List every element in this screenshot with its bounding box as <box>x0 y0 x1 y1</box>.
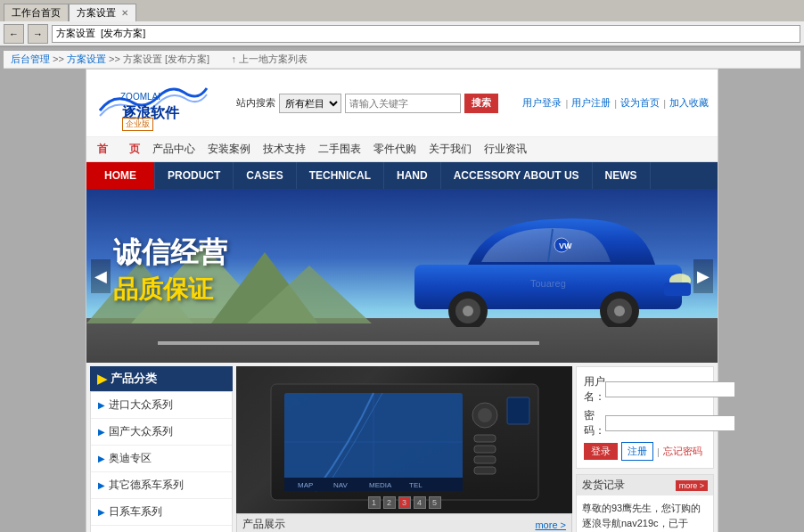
svg-text:VW: VW <box>559 241 572 250</box>
top-nav-cases[interactable]: 安装案例 <box>204 140 254 159</box>
top-nav-about[interactable]: 关于我们 <box>425 140 475 159</box>
main-nav-accessory[interactable]: ACCESSORY ABOUT US <box>441 162 593 189</box>
password-label: 密 码： <box>584 408 605 438</box>
tab-home[interactable]: 工作台首页 <box>4 4 69 21</box>
svg-point-30 <box>478 408 492 422</box>
forward-button[interactable]: → <box>28 24 48 44</box>
search-label: 站内搜索 <box>236 96 275 110</box>
sidebar-item-audi[interactable]: ▶ 奥迪专区 <box>91 446 232 472</box>
hero-prev-button[interactable]: ◀ <box>91 259 111 293</box>
user-register-link[interactable]: 用户注册 <box>571 96 611 110</box>
hero-line1: 诚信经营 <box>113 233 227 273</box>
sidebar-item-maintenance[interactable]: ▶ 养护产品系列 <box>91 526 232 532</box>
sidebar-item-icon: ▶ <box>98 507 105 517</box>
product-more-link[interactable]: more > <box>535 520 566 530</box>
sidebar-item-icon: ▶ <box>98 400 105 410</box>
header-links: 用户登录 | 用户注册 | 设为首页 | 加入收藏 <box>522 96 709 110</box>
svg-rect-35 <box>507 397 529 424</box>
product-dot-3[interactable]: 3 <box>398 496 411 509</box>
sidebar-title: ▶ 产品分类 <box>90 366 233 391</box>
hero-banner: 诚信经营 品质保证 <box>86 189 718 363</box>
main-nav-technical[interactable]: TECHNICAL <box>297 162 384 189</box>
svg-text:MAP: MAP <box>298 481 313 489</box>
product-dot-4[interactable]: 4 <box>414 496 426 509</box>
site-header: 逐浪软件 ZOOMLAI 企业版 站内搜索 所有栏目 搜索 用户登录 | 用户注… <box>86 70 718 137</box>
sidebar-item-icon: ▶ <box>98 454 105 463</box>
svg-rect-34 <box>474 467 496 474</box>
back-button[interactable]: ← <box>4 24 24 44</box>
svg-text:NAV: NAV <box>333 481 349 489</box>
page-wrapper: 后台管理 >> 方案设置 >> 方案设置 [发布方案] ↑ 上一地方案列表 <box>0 47 804 532</box>
sidebar-title-text: 产品分类 <box>111 371 157 387</box>
main-content: ▶ 产品分类 ▶ 进口大众系列 ▶ 国产大众系列 ▶ 奥迪专区 <box>86 363 718 532</box>
logo-area: 逐浪软件 ZOOMLAI 企业版 <box>95 75 211 131</box>
search-select[interactable]: 所有栏目 <box>279 94 341 113</box>
main-nav-cases[interactable]: CASES <box>234 162 296 189</box>
svg-rect-33 <box>474 456 496 463</box>
set-homepage-link[interactable]: 设为首页 <box>620 96 660 110</box>
top-nav-news[interactable]: 行业资讯 <box>480 140 530 159</box>
message-title-text: 发货记录 <box>582 478 625 493</box>
svg-rect-15 <box>664 282 691 296</box>
hero-text: 诚信经营 品质保证 <box>113 233 227 307</box>
sidebar-item-vw-import[interactable]: ▶ 进口大众系列 <box>91 392 232 419</box>
breadcrumb-settings[interactable]: 方案设置 <box>67 53 106 64</box>
product-display-image: MAP NAV MEDIA TEL <box>236 366 572 513</box>
svg-rect-32 <box>474 446 496 453</box>
add-favorites-link[interactable]: 加入收藏 <box>669 96 709 110</box>
tab-bar: 工作台首页 方案设置 ✕ <box>0 0 804 21</box>
main-nav-home[interactable]: HOME <box>86 162 155 189</box>
login-password-row: 密 码： <box>584 408 706 438</box>
sidebar-item-icon: ▶ <box>98 480 105 490</box>
user-login-link[interactable]: 用户登录 <box>522 96 562 110</box>
top-nav-technical[interactable]: 技术支持 <box>259 140 309 159</box>
main-nav-product[interactable]: PRODUCT <box>155 162 234 189</box>
browser-chrome: 工作台首页 方案设置 ✕ ← → <box>0 0 804 47</box>
svg-rect-31 <box>474 435 496 442</box>
register-button[interactable]: 注册 <box>621 442 653 461</box>
svg-point-13 <box>614 306 625 316</box>
product-title-bar: 产品展示 more > <box>236 513 572 532</box>
password-input[interactable] <box>605 415 735 431</box>
site-container: 逐浪软件 ZOOMLAI 企业版 站内搜索 所有栏目 搜索 用户登录 | 用户注… <box>86 69 718 532</box>
svg-text:Touareg: Touareg <box>530 278 566 289</box>
svg-text:ZOOMLAI: ZOOMLAI <box>120 92 160 102</box>
breadcrumb-home[interactable]: 后台管理 <box>11 53 50 64</box>
product-dot-5[interactable]: 5 <box>429 496 441 509</box>
breadcrumb: 后台管理 >> 方案设置 >> 方案设置 [发布方案] ↑ 上一地方案列表 <box>4 51 800 69</box>
address-bar[interactable] <box>52 25 800 43</box>
breadcrumb-note: ↑ 上一地方案列表 <box>232 53 308 64</box>
tab-settings[interactable]: 方案设置 ✕ <box>69 4 136 21</box>
main-nav-news[interactable]: NEWS <box>593 162 651 189</box>
product-stereo-svg: MAP NAV MEDIA TEL <box>244 371 565 509</box>
search-button[interactable]: 搜索 <box>464 94 498 113</box>
forgot-password-link[interactable]: 忘记密码 <box>663 445 702 458</box>
right-panel: 用户名： 密 码： 登录 注册 | 忘记密码 <box>576 366 714 532</box>
hero-next-button[interactable]: ▶ <box>693 259 713 293</box>
top-nav-product[interactable]: 产品中心 <box>149 140 199 159</box>
sidebar-item-german[interactable]: ▶ 其它德系车系列 <box>91 472 232 499</box>
logo-badge: 企业版 <box>122 118 153 131</box>
toolbar: ← → <box>0 21 804 46</box>
message-more-button[interactable]: more > <box>676 480 708 491</box>
top-nav-parts[interactable]: 零件代购 <box>370 140 420 159</box>
sidebar-item-japanese[interactable]: ▶ 日系车系列 <box>91 499 232 526</box>
product-title-text: 产品展示 <box>242 517 285 532</box>
username-input[interactable] <box>605 381 735 397</box>
top-nav-hand[interactable]: 二手围表 <box>315 140 365 159</box>
product-dot-2[interactable]: 2 <box>383 496 396 509</box>
search-input[interactable] <box>345 94 461 113</box>
sidebar: ▶ 产品分类 ▶ 进口大众系列 ▶ 国产大众系列 ▶ 奥迪专区 <box>90 366 233 532</box>
car-svg: VW Touareg <box>397 189 700 327</box>
sidebar-item-icon: ▶ <box>98 427 105 437</box>
sidebar-item-vw-domestic[interactable]: ▶ 国产大众系列 <box>91 419 232 446</box>
sidebar-items: ▶ 进口大众系列 ▶ 国产大众系列 ▶ 奥迪专区 ▶ 其它德系车系列 <box>90 391 233 532</box>
tab-close-icon[interactable]: ✕ <box>121 8 128 18</box>
breadcrumb-current: 方案设置 [发布方案] <box>123 53 209 64</box>
main-nav-hand[interactable]: HAND <box>384 162 441 189</box>
login-button[interactable]: 登录 <box>584 443 618 460</box>
svg-point-10 <box>463 306 473 316</box>
username-label: 用户名： <box>584 374 605 405</box>
top-nav-home[interactable]: 首 页 <box>94 140 144 159</box>
product-dot-1[interactable]: 1 <box>368 496 381 509</box>
